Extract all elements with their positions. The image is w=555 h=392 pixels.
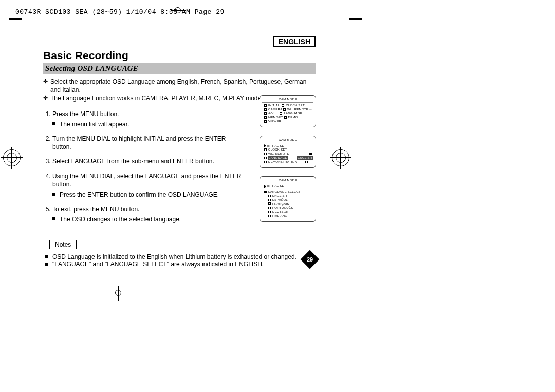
menu-bullet-icon [264, 108, 268, 111]
menu-bullet-icon [264, 120, 268, 123]
page-number: 29 [307, 256, 313, 263]
osd-right: DEMO [288, 116, 298, 119]
step-sub: The OSD changes to the selected language… [52, 215, 244, 223]
menu-bullet-icon [282, 104, 286, 107]
folder-icon [264, 190, 268, 193]
osd-screen-3: CAM MODE INITIAL SET LANGUAGE SELECT ENG… [260, 176, 316, 222]
trim-mark [349, 18, 362, 20]
osd-subsection: LANGUAGE SELECT [268, 190, 301, 193]
osd-left: VIEWER [268, 120, 281, 123]
cropmark-icon [111, 286, 126, 301]
osd-item: CLOCK SET [268, 148, 287, 151]
step-sub: Press the ENTER button to confirm the OS… [52, 191, 244, 199]
osd-item: WL. REMOTE [268, 152, 289, 155]
registration-mark-icon [3, 149, 21, 166]
menu-bullet-icon [283, 108, 287, 111]
osd-column: CAM MODE INITIAL CLOCK SET CAMERA WL. RE… [260, 95, 316, 230]
menu-bullet-icon [268, 202, 272, 206]
osd-screen-1: CAM MODE INITIAL CLOCK SET CAMERA WL. RE… [260, 95, 316, 127]
osd-header: CAM MODE [262, 179, 313, 184]
lock-icon [305, 161, 308, 163]
osd-lang: ESPAÑOL [272, 198, 288, 201]
osd-right: WL. REMOTE [287, 108, 308, 111]
osd-left: MEMORY [268, 116, 283, 119]
osd-left: INITIAL [268, 104, 280, 107]
osd-lang: ENGLISH [272, 194, 287, 197]
menu-bullet-icon [268, 210, 272, 213]
osd-value: ENGLISH [297, 156, 312, 160]
step-text: To exit, press the MENU button. [52, 206, 139, 213]
osd-lang: FRANÇAIS [272, 202, 289, 206]
menu-bullet-icon [284, 116, 288, 119]
osd-screen-2: CAM MODE INITIAL SET CLOCK SET WL. REMOT… [260, 136, 316, 168]
osd-left: CAMERA [268, 108, 282, 111]
osd-left: A/V [268, 111, 274, 115]
osd-section: INITIAL SET [267, 184, 286, 188]
intro-item: Select the appropriate OSD Language amon… [43, 78, 316, 94]
menu-bullet-icon [264, 160, 268, 163]
osd-right: LANGUAGE [284, 111, 302, 115]
note-item: OSD Language is initialized to the Engli… [45, 253, 316, 260]
page-title: Basic Recording [43, 49, 316, 62]
osd-header: CAM MODE [262, 138, 313, 143]
osd-lang: DEUTSCH [272, 210, 288, 213]
camera-icon [309, 153, 312, 155]
osd-item: DEMONSTRATION [268, 160, 297, 163]
menu-bullet-icon [264, 148, 268, 151]
menu-bullet-icon [264, 111, 268, 115]
menu-bullet-icon [268, 206, 272, 209]
cropmark-icon [171, 3, 186, 18]
section-heading: Selecting OSD LANGUAGE [43, 63, 316, 74]
osd-item-highlighted: LANGUAGE [268, 156, 288, 160]
note-item: "LANGUAGE" and "LANGUAGE SELECT" are alw… [45, 260, 316, 268]
menu-bullet-icon [268, 194, 272, 197]
osd-right: CLOCK SET [286, 104, 305, 107]
notes-label: Notes [49, 240, 77, 249]
menu-bullet-icon [264, 116, 268, 119]
osd-lang: ITALIANO [272, 214, 287, 217]
step-sub: The menu list will appear. [52, 120, 244, 128]
step-text: Press the MENU button. [52, 110, 119, 118]
menu-bullet-icon [264, 156, 268, 159]
print-header: 00743R SCD103 SEA (28~59) 1/10/04 8:55 A… [15, 8, 225, 16]
registration-mark-icon [332, 149, 349, 166]
osd-header: CAM MODE [262, 98, 313, 103]
menu-bullet-icon [264, 104, 268, 107]
notes-list: OSD Language is initialized to the Engli… [45, 253, 316, 268]
osd-lang: PORTUGUÊS [272, 206, 293, 209]
language-indicator: ENGLISH [273, 36, 316, 47]
step-text: Using the MENU DIAL, select the LANGUAGE… [52, 173, 241, 188]
menu-bullet-icon [268, 214, 272, 217]
trim-mark [9, 18, 22, 20]
menu-bullet-icon [264, 152, 268, 155]
osd-section: INITIAL SET [267, 144, 286, 147]
menu-bullet-icon [268, 198, 272, 201]
